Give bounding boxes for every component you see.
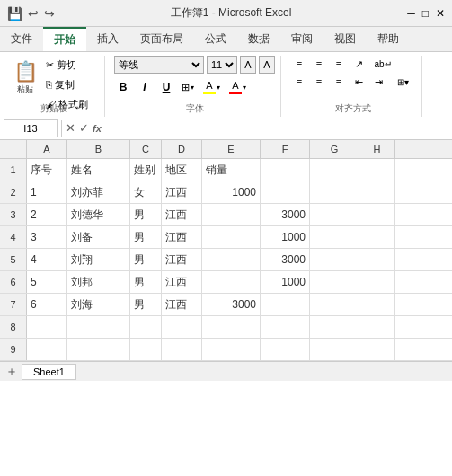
cell-G9[interactable] (310, 339, 359, 360)
cell-A6[interactable]: 5 (27, 271, 67, 293)
cell-B6[interactable]: 刘邦 (67, 271, 130, 293)
cell-F2[interactable] (261, 181, 310, 203)
wrap-text-button[interactable]: ab↵ (369, 56, 396, 72)
cell-F6[interactable]: 1000 (261, 271, 310, 293)
undo-icon[interactable]: ↩ (28, 6, 39, 21)
cell-A4[interactable]: 3 (27, 226, 67, 248)
cell-B9[interactable] (67, 339, 130, 360)
cell-B8[interactable] (67, 316, 130, 338)
merge-cells-button[interactable]: ⊞▾ (389, 74, 416, 90)
minimize-icon[interactable]: ─ (407, 7, 415, 20)
cell-G3[interactable] (310, 204, 359, 225)
align-top-button[interactable]: ≡ (290, 56, 308, 72)
cell-D3[interactable]: 江西 (162, 204, 202, 225)
save-icon[interactable]: 💾 (7, 6, 22, 21)
cell-F7[interactable] (261, 294, 310, 315)
paste-button[interactable]: 📋 粘贴 (9, 56, 41, 99)
cell-C7[interactable]: 男 (130, 294, 162, 315)
cell-A8[interactable] (27, 316, 67, 338)
redo-icon[interactable]: ↪ (44, 6, 55, 21)
cell-G6[interactable] (310, 271, 359, 293)
cell-D9[interactable] (162, 339, 202, 360)
align-left-button[interactable]: ≡ (290, 74, 308, 90)
cell-A3[interactable]: 2 (27, 204, 67, 225)
cell-H2[interactable] (359, 181, 395, 203)
cell-B1[interactable]: 姓名 (67, 159, 130, 181)
underline-button[interactable]: U (157, 78, 175, 96)
cell-D6[interactable]: 江西 (162, 271, 202, 293)
cell-H3[interactable] (359, 204, 395, 225)
cell-H6[interactable] (359, 271, 395, 293)
cell-D1[interactable]: 地区 (162, 159, 202, 181)
cell-A1[interactable]: 序号 (27, 159, 67, 181)
cell-C1[interactable]: 姓别 (130, 159, 162, 181)
tab-insert[interactable]: 插入 (86, 27, 129, 51)
col-header-D[interactable]: D (162, 140, 202, 158)
cell-E9[interactable] (202, 339, 261, 360)
tab-data[interactable]: 数据 (237, 27, 280, 51)
tab-home[interactable]: 开始 (43, 27, 86, 51)
fill-color-button[interactable]: A ▾ (200, 78, 223, 96)
cell-C2[interactable]: 女 (130, 181, 162, 203)
cell-E1[interactable]: 销量 (202, 159, 261, 181)
cut-button[interactable]: ✂剪切 (45, 56, 90, 74)
col-header-C[interactable]: C (130, 140, 162, 158)
cell-H8[interactable] (359, 316, 395, 338)
align-middle-button[interactable]: ≡ (310, 56, 328, 72)
font-color-button[interactable]: A ▾ (226, 78, 249, 96)
cell-G2[interactable] (310, 181, 359, 203)
cell-G4[interactable] (310, 226, 359, 248)
formula-input[interactable] (105, 119, 448, 137)
border-button[interactable]: ⊞ ▾ (179, 78, 197, 96)
bold-button[interactable]: B (114, 78, 132, 96)
italic-button[interactable]: I (136, 78, 154, 96)
col-header-B[interactable]: B (67, 140, 130, 158)
cell-D8[interactable] (162, 316, 202, 338)
cell-H4[interactable] (359, 226, 395, 248)
cell-G1[interactable] (310, 159, 359, 181)
cell-H5[interactable] (359, 249, 395, 270)
col-header-H[interactable]: H (359, 140, 395, 158)
cell-D4[interactable]: 江西 (162, 226, 202, 248)
font-name-select[interactable]: 等线 (114, 56, 204, 74)
align-bottom-button[interactable]: ≡ (330, 56, 348, 72)
cell-F3[interactable]: 3000 (261, 204, 310, 225)
add-sheet-button[interactable]: ＋ (5, 364, 18, 380)
align-center-button[interactable]: ≡ (310, 74, 328, 90)
font-size-increase-button[interactable]: A (240, 56, 256, 74)
cell-A2[interactable]: 1 (27, 181, 67, 203)
font-size-select[interactable]: 11 (207, 56, 237, 74)
cell-F1[interactable] (261, 159, 310, 181)
cell-C5[interactable]: 男 (130, 249, 162, 270)
tab-file[interactable]: 文件 (0, 27, 43, 51)
cell-B2[interactable]: 刘亦菲 (67, 181, 130, 203)
cell-F4[interactable]: 1000 (261, 226, 310, 248)
cell-C9[interactable] (130, 339, 162, 360)
cell-C6[interactable]: 男 (130, 271, 162, 293)
cell-H7[interactable] (359, 294, 395, 315)
cell-F9[interactable] (261, 339, 310, 360)
font-size-decrease-button[interactable]: A (259, 56, 275, 74)
cell-F5[interactable]: 3000 (261, 249, 310, 270)
cell-E3[interactable] (202, 204, 261, 225)
cell-G8[interactable] (310, 316, 359, 338)
tab-review[interactable]: 审阅 (280, 27, 323, 51)
col-header-E[interactable]: E (202, 140, 261, 158)
cell-B4[interactable]: 刘备 (67, 226, 130, 248)
cell-D5[interactable]: 江西 (162, 249, 202, 270)
cell-H9[interactable] (359, 339, 395, 360)
cell-E8[interactable] (202, 316, 261, 338)
cell-C4[interactable]: 男 (130, 226, 162, 248)
cell-D7[interactable]: 江西 (162, 294, 202, 315)
text-rotate-button[interactable]: ↗ (350, 56, 368, 72)
cell-F8[interactable] (261, 316, 310, 338)
cell-B3[interactable]: 刘德华 (67, 204, 130, 225)
cell-E5[interactable] (202, 249, 261, 270)
tab-formula[interactable]: 公式 (194, 27, 237, 51)
cell-C8[interactable] (130, 316, 162, 338)
increase-indent-button[interactable]: ⇥ (369, 74, 387, 90)
maximize-icon[interactable]: □ (422, 7, 429, 20)
tab-help[interactable]: 帮助 (367, 27, 410, 51)
cell-C3[interactable]: 男 (130, 204, 162, 225)
cell-B5[interactable]: 刘翔 (67, 249, 130, 270)
